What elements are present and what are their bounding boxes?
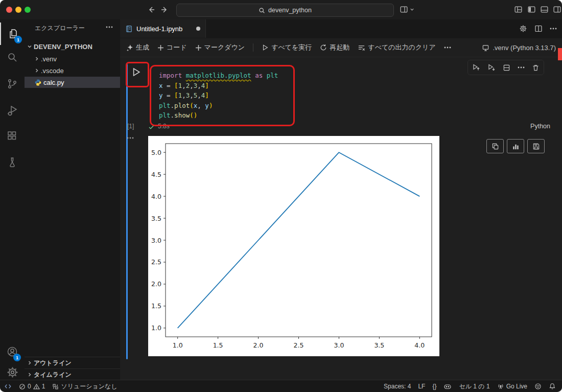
explorer-button[interactable]: 1 — [0, 22, 26, 45]
restart-button[interactable]: 再起動 — [320, 43, 349, 52]
broadcast-icon — [497, 383, 504, 390]
gear-icon[interactable] — [519, 25, 527, 33]
minimize-icon[interactable] — [15, 7, 21, 13]
cell-position-status[interactable]: セル 1 の 1 — [459, 382, 489, 391]
indentation-status[interactable]: Spaces: 4 — [384, 383, 411, 390]
copilot-icon — [443, 383, 452, 390]
output-options-icon[interactable] — [127, 137, 134, 139]
execution-count: [1] — [127, 123, 134, 130]
svg-text:4.0: 4.0 — [151, 193, 161, 200]
solution-icon — [52, 383, 59, 390]
modified-dot — [196, 27, 200, 31]
copilot-status[interactable] — [443, 383, 452, 390]
more-icon[interactable] — [550, 28, 557, 30]
toggle-secondary-sidebar-icon[interactable] — [553, 5, 561, 14]
cell-code-editor[interactable]: import matplotlib.pyplot as pltx = [1,2,… — [159, 71, 278, 121]
restart-icon — [320, 44, 327, 51]
tree-item-calc-py[interactable]: calc.py — [25, 77, 120, 88]
more-icon[interactable] — [106, 26, 113, 28]
toggle-panel-icon[interactable] — [540, 5, 549, 14]
testing-button[interactable] — [0, 151, 25, 174]
run-debug-button[interactable] — [0, 99, 25, 122]
sparkle-icon — [126, 44, 133, 51]
save-icon — [532, 143, 540, 150]
gear-icon — [7, 366, 18, 378]
add-code-label: コード — [167, 43, 187, 52]
toggle-primary-sidebar-icon[interactable] — [527, 5, 536, 14]
tree-item-venv[interactable]: .venv — [25, 53, 120, 64]
tree-item-vscode[interactable]: .vscode — [25, 65, 120, 76]
tree-item-label: .venv — [41, 55, 57, 63]
source-control-button[interactable] — [0, 73, 25, 95]
cell-focus-indicator — [126, 64, 128, 359]
more-icon[interactable] — [444, 47, 451, 49]
vscode-window: devenv_python 1 — [0, 0, 562, 392]
eol-status[interactable]: LF — [418, 383, 425, 390]
svg-text:1.5: 1.5 — [213, 341, 223, 349]
notifications-button[interactable] — [549, 383, 556, 390]
feedback-button[interactable] — [534, 383, 542, 390]
sidebar-title: エクスプローラー — [35, 24, 85, 33]
feedback-icon — [534, 383, 542, 390]
search-button[interactable] — [0, 46, 25, 68]
add-markdown-button[interactable]: マークダウン — [195, 43, 245, 52]
open-plot-viewer-button[interactable] — [507, 139, 524, 153]
cell-language[interactable]: Python — [530, 123, 550, 130]
run-cell-button[interactable] — [129, 65, 143, 79]
svg-text:1.5: 1.5 — [151, 302, 161, 310]
chevron-right-icon — [34, 56, 39, 61]
search-icon — [6, 51, 18, 63]
copy-icon — [491, 143, 499, 150]
remote-indicator[interactable] — [4, 383, 12, 390]
matplotlib-figure: 1.01.52.02.53.03.54.01.01.52.02.53.03.54… — [148, 136, 439, 356]
warning-count: 1 — [42, 383, 45, 390]
split-editor-icon[interactable] — [534, 25, 543, 33]
explorer-sidebar: エクスプローラー DEVENV_PYTHON .venv .vscode — [25, 19, 121, 380]
svg-text:3.0: 3.0 — [151, 237, 161, 244]
chevron-right-icon — [34, 68, 39, 73]
explorer-badge: 1 — [14, 36, 22, 43]
trash-icon[interactable] — [532, 64, 540, 72]
save-output-button[interactable] — [527, 139, 545, 153]
activity-bar: 1 1 — [0, 19, 25, 380]
command-center-search[interactable]: devenv_python — [176, 4, 394, 17]
outline-label: アウトライン — [34, 359, 72, 367]
back-icon[interactable] — [147, 6, 155, 14]
generate-button[interactable]: 生成 — [126, 43, 149, 52]
extensions-button[interactable] — [0, 125, 25, 147]
outline-section[interactable]: アウトライン — [25, 357, 120, 368]
kernel-picker[interactable]: .venv (Python 3.13.7) — [482, 38, 556, 57]
clear-outputs-label: すべての出力のクリア — [368, 43, 435, 52]
tab-untitled-ipynb[interactable]: Untitled-1.ipynb — [120, 19, 206, 38]
close-icon[interactable] — [6, 7, 12, 13]
svg-text:2.5: 2.5 — [294, 341, 304, 349]
execute-above-icon[interactable] — [472, 63, 480, 72]
go-live-button[interactable]: Go Live — [497, 383, 527, 390]
layout-dropdown-icon[interactable] — [400, 5, 414, 14]
tree-item-label: .vscode — [41, 67, 64, 75]
copy-output-button[interactable] — [486, 139, 504, 153]
svg-text:3.0: 3.0 — [334, 341, 344, 349]
split-cell-icon[interactable] — [503, 64, 510, 72]
more-icon[interactable] — [518, 66, 525, 68]
svg-text:4.0: 4.0 — [414, 341, 425, 349]
remote-icon — [4, 383, 12, 390]
maximize-icon[interactable] — [25, 7, 31, 13]
execute-below-icon[interactable] — [487, 63, 496, 72]
add-code-button[interactable]: コード — [157, 43, 187, 52]
accounts-button[interactable]: 1 — [0, 340, 25, 363]
run-debug-icon — [6, 104, 18, 117]
customize-layout-icon[interactable] — [514, 5, 523, 14]
search-icon — [259, 7, 265, 14]
clear-outputs-button[interactable]: すべての出力のクリア — [358, 43, 435, 52]
tree-root-devenv-python[interactable]: DEVENV_PYTHON — [25, 41, 120, 52]
problems-indicator[interactable]: 0 1 — [19, 383, 45, 390]
solution-status[interactable]: ソリューションなし — [52, 382, 117, 391]
execution-duration: 5.8s — [158, 123, 170, 130]
language-mode-status[interactable]: {} — [432, 383, 436, 390]
cell-status-row: [1] 5.8s Python — [120, 123, 562, 133]
annotation-scroll-marker — [558, 48, 562, 60]
run-all-button[interactable]: すべてを実行 — [262, 43, 312, 52]
forward-icon[interactable] — [160, 6, 169, 14]
timeline-section[interactable]: タイムライン — [25, 368, 120, 380]
